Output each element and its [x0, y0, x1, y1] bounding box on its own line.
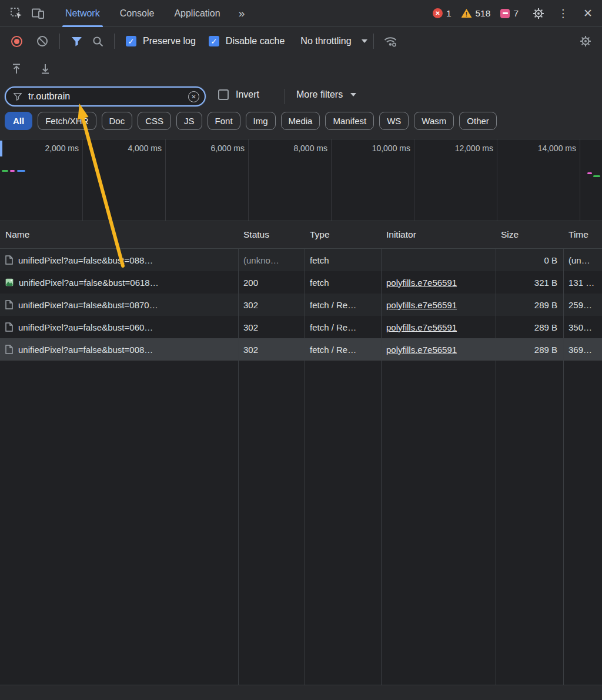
timeline-tick: 12,000 ms — [455, 144, 493, 153]
checkbox-unchecked-icon — [218, 89, 229, 100]
request-type: fetch / Re… — [305, 345, 381, 355]
request-name: unifiedPixel?au=false&bust=088… — [18, 255, 153, 265]
clear-filter-icon[interactable]: ✕ — [188, 91, 199, 102]
issues-icon — [500, 9, 510, 18]
filter-pill-doc[interactable]: Doc — [102, 112, 133, 130]
initiator-link[interactable]: polyfills.e7e56591 — [386, 345, 457, 355]
network-overview-timeline[interactable]: 2,000 ms 4,000 ms 6,000 ms 8,000 ms 10,0… — [0, 139, 602, 221]
filter-input-value: tr.outbrain — [28, 91, 70, 102]
pill-label: JS — [184, 116, 195, 126]
column-divider[interactable] — [496, 221, 496, 685]
tab-network[interactable]: Network — [55, 0, 110, 27]
settings-gear-icon[interactable] — [528, 3, 549, 24]
tab-application[interactable]: Application — [164, 0, 230, 27]
filter-pill-media[interactable]: Media — [281, 112, 320, 130]
column-header-name[interactable]: Name — [0, 229, 238, 240]
table-row[interactable]: unifiedPixel?au=false&bust=0870… 302 fet… — [0, 294, 602, 316]
table-header: Name Status Type Initiator Size Time — [0, 221, 602, 249]
overview-selection-handle[interactable] — [0, 141, 2, 156]
filter-pill-other[interactable]: Other — [459, 112, 497, 130]
throttling-value: No throttling — [300, 36, 351, 46]
network-conditions-icon[interactable] — [380, 31, 401, 52]
more-tabs-button[interactable]: » — [230, 0, 255, 27]
invert-label: Invert — [236, 89, 259, 100]
clear-network-log-icon[interactable] — [37, 36, 48, 46]
initiator-link[interactable]: polyfills.e7e56591 — [386, 322, 457, 332]
har-toolbar — [0, 55, 602, 82]
filter-pill-all[interactable]: All — [5, 112, 32, 130]
invert-filter-checkbox[interactable]: Invert — [218, 89, 259, 100]
tab-console[interactable]: Console — [110, 0, 165, 27]
column-header-initiator[interactable]: Initiator — [381, 229, 496, 240]
filter-pill-wasm[interactable]: Wasm — [414, 112, 454, 130]
network-settings-gear-icon[interactable] — [575, 31, 596, 52]
error-badge[interactable]: ✕ 1 — [430, 7, 454, 20]
import-har-icon[interactable] — [6, 58, 27, 79]
search-icon[interactable] — [87, 31, 108, 52]
initiator-link[interactable]: polyfills.e7e56591 — [386, 278, 457, 288]
column-header-status[interactable]: Status — [238, 229, 305, 240]
column-divider[interactable] — [238, 221, 239, 685]
column-header-size[interactable]: Size — [496, 229, 563, 240]
warning-badge[interactable]: 518 — [459, 7, 493, 20]
kebab-menu-icon[interactable]: ⋮ — [553, 3, 574, 24]
record-network-log-icon[interactable] — [11, 36, 22, 47]
network-filter-input[interactable]: tr.outbrain ✕ — [5, 86, 206, 106]
table-row[interactable]: unifiedPixel?au=false&bust=0618… 200 fet… — [0, 271, 602, 294]
initiator-link[interactable]: polyfills.e7e56591 — [386, 300, 457, 310]
timeline-gridline — [331, 139, 332, 221]
tab-console-label: Console — [120, 8, 155, 19]
pill-label: All — [13, 116, 24, 126]
throttling-select[interactable]: No throttling — [300, 36, 367, 46]
timeline-tick: 6,000 ms — [210, 144, 245, 153]
pill-label: CSS — [145, 116, 163, 126]
filter-pill-ws[interactable]: WS — [379, 112, 409, 130]
pill-label: Fetch/XHR — [45, 116, 88, 126]
filter-toggle-icon[interactable] — [66, 31, 87, 52]
chevron-down-icon — [362, 39, 367, 43]
error-count: 1 — [446, 8, 452, 19]
column-divider[interactable] — [305, 221, 305, 685]
filter-pill-font[interactable]: Font — [208, 112, 240, 130]
filter-row: tr.outbrain ✕ Invert More filters — [0, 82, 602, 111]
inspect-element-icon[interactable] — [6, 3, 27, 24]
column-divider[interactable] — [381, 221, 382, 685]
filter-pill-img[interactable]: Img — [246, 112, 276, 130]
tab-network-label: Network — [65, 8, 100, 19]
filter-pill-js[interactable]: JS — [176, 112, 202, 130]
filter-pill-manifest[interactable]: Manifest — [325, 112, 374, 130]
column-header-type[interactable]: Type — [305, 229, 381, 240]
table-row[interactable]: unifiedPixel?au=false&bust=008… 302 fetc… — [0, 338, 602, 361]
more-filters-button[interactable]: More filters — [296, 89, 356, 100]
devtools-window: Network Console Application » ✕ 1 518 7 — [0, 0, 602, 700]
timeline-tick: 10,000 ms — [372, 144, 410, 153]
error-icon: ✕ — [433, 8, 443, 18]
close-devtools-icon[interactable]: ✕ — [577, 3, 598, 24]
issues-count: 7 — [513, 8, 519, 19]
timeline-tick: 14,000 ms — [538, 144, 576, 153]
document-icon — [5, 345, 13, 354]
column-header-time[interactable]: Time — [563, 229, 602, 240]
filter-pill-fetch-xhr[interactable]: Fetch/XHR — [38, 112, 96, 130]
document-icon — [5, 300, 13, 309]
request-type: fetch / Re… — [305, 322, 381, 332]
request-mark — [587, 172, 592, 174]
request-time: 369… — [563, 345, 602, 355]
table-row[interactable]: unifiedPixel?au=false&bust=060… 302 fetc… — [0, 316, 602, 338]
preserve-log-checkbox[interactable]: ✓ Preserve log — [126, 36, 196, 46]
disable-cache-checkbox[interactable]: ✓ Disable cache — [209, 36, 285, 46]
request-size: 289 B — [496, 345, 563, 355]
issues-badge[interactable]: 7 — [498, 7, 521, 20]
timeline-gridline — [82, 139, 83, 221]
network-toolbar: ✓ Preserve log ✓ Disable cache No thrott… — [0, 27, 602, 55]
request-size: 289 B — [496, 300, 563, 310]
filter-pill-css[interactable]: CSS — [138, 112, 171, 130]
export-har-icon[interactable] — [35, 58, 56, 79]
request-time: 350… — [563, 322, 602, 332]
checkbox-checked-icon: ✓ — [209, 36, 219, 46]
column-divider[interactable] — [563, 221, 564, 685]
toolbar-divider — [59, 34, 60, 49]
pill-label: Media — [289, 116, 313, 126]
table-row[interactable]: unifiedPixel?au=false&bust=088… (unkno… … — [0, 249, 602, 271]
device-toolbar-icon[interactable] — [27, 3, 48, 24]
